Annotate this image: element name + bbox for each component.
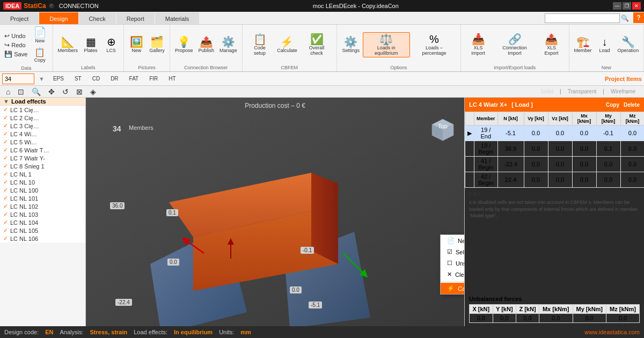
wireframe-view-button[interactable]: Wireframe [606, 88, 640, 95]
tab-project[interactable]: Project [0, 12, 39, 24]
code-setup-button[interactable]: 📋 Code setup [246, 33, 274, 57]
table-row[interactable]: 41 / Begin [465, 157, 645, 172]
cell-vy[interactable] [524, 172, 548, 188]
close-button[interactable]: ✕ [632, 2, 641, 10]
help-button[interactable]: ? [633, 12, 644, 23]
lc-delete-button[interactable]: Delete [624, 102, 640, 108]
viewport[interactable]: Production cost – 0 € 34 Members [86, 98, 464, 326]
select-button[interactable]: ⊠ [75, 87, 84, 97]
xls-import-button[interactable]: 📥 XLS Import [464, 33, 492, 57]
xls-export-button[interactable]: 📤 XLS Export [537, 33, 566, 57]
nav-ht[interactable]: HT [164, 75, 180, 83]
undo-button[interactable]: ↩ Undo [3, 32, 29, 40]
lcs-label-button[interactable]: ⊕ LCS [101, 35, 121, 55]
load-list-item-9[interactable]: ✓LC NL 10 [0, 178, 85, 186]
load-list-item-14[interactable]: ✓LC NL 104 [0, 218, 85, 226]
nav-st[interactable]: ST [70, 75, 86, 83]
new-operation-button[interactable]: 🔧 Operation [616, 35, 641, 55]
copy-button[interactable]: 📋 Copy [30, 47, 49, 64]
ribbon-search-input[interactable] [545, 13, 620, 23]
pan-button[interactable]: ✥ [47, 87, 56, 97]
cell-vz[interactable] [548, 126, 572, 141]
ctx-new-load[interactable]: 📄 New load [441, 235, 464, 246]
cell-my[interactable] [596, 141, 620, 157]
tab-design[interactable]: Design [39, 12, 78, 24]
calculate-button[interactable]: ⚡ Calculate [275, 35, 299, 55]
website-link[interactable]: www.ideastatica.com [584, 329, 640, 335]
cell-n[interactable] [497, 126, 524, 141]
cell-mz[interactable] [620, 126, 644, 141]
cell-vy[interactable] [524, 126, 548, 141]
zoom-fit-button[interactable]: ⊡ [16, 87, 26, 97]
load-list-item-13[interactable]: ✓LC NL 103 [0, 210, 85, 218]
cell-my[interactable] [596, 172, 620, 188]
cell-vz[interactable] [548, 141, 572, 157]
load-list-item-11[interactable]: ✓LC NL 101 [0, 194, 85, 202]
new-member-button[interactable]: 🏗️ Member [572, 35, 594, 55]
minimize-button[interactable]: — [613, 2, 621, 10]
members-label-button[interactable]: 📐 Members [55, 35, 80, 55]
cell-vy[interactable] [524, 141, 548, 157]
cell-vz[interactable] [548, 157, 572, 172]
table-row[interactable]: ▶ 19 / End [465, 126, 645, 141]
load-effects-header[interactable]: ▼ Load effects [0, 98, 85, 105]
table-row[interactable]: 42 / Begin [465, 172, 645, 188]
cell-vy[interactable] [524, 157, 548, 172]
cell-n[interactable] [497, 172, 524, 188]
home-view-button[interactable]: ⌂ [4, 87, 12, 97]
measure-button[interactable]: ◈ [89, 87, 98, 97]
cell-mz[interactable] [620, 172, 644, 188]
zoom-in-button[interactable]: 🔍 [30, 87, 42, 97]
loads-percentage-button[interactable]: % Loads – percentage [411, 33, 457, 57]
cell-mx[interactable] [572, 157, 596, 172]
load-list-item-10[interactable]: ✓LC NL 100 [0, 186, 85, 194]
save-button[interactable]: 💾 Save [3, 50, 29, 58]
loads-in-equilibrium-button[interactable]: ⚖️ Loads in equilibrium [363, 32, 410, 58]
load-list-item-3[interactable]: ✓LC 4 Wi… [0, 130, 85, 138]
cell-vz[interactable] [548, 172, 572, 188]
cell-n[interactable] [497, 141, 524, 157]
ctx-select-all[interactable]: ☑ Select all [441, 246, 464, 258]
pictures-new-button[interactable]: 🖼️ New [127, 35, 146, 55]
settings-button[interactable]: ⚙️ Settings [340, 35, 362, 55]
plates-label-button[interactable]: ▦ Plates [81, 35, 100, 55]
load-list-item-2[interactable]: ✓LC 3 Cię… [0, 122, 85, 130]
load-list-item-0[interactable]: ✓LC 1 Cię… [0, 106, 85, 114]
number-input[interactable] [2, 74, 34, 84]
nav-fat[interactable]: FAT [125, 75, 143, 83]
tab-check[interactable]: Check [79, 12, 116, 24]
load-list-item-7[interactable]: ✓LC 8 Śnieg 1 [0, 162, 85, 170]
ctx-unselect-all[interactable]: ☐ Unselect all [441, 258, 464, 269]
cube-navigator[interactable]: Top [427, 114, 459, 146]
load-list-item-5[interactable]: ✓LC 6 Wiatr T… [0, 146, 85, 154]
ctx-clear[interactable]: ✕ Clear [441, 269, 464, 280]
overall-check-button[interactable]: ✅ Overall check [300, 33, 333, 57]
cell-my[interactable] [596, 157, 620, 172]
load-list-item-6[interactable]: ✓LC 7 Wiatr Y- [0, 154, 85, 162]
load-list-item-12[interactable]: ✓LC NL 102 [0, 202, 85, 210]
new-load-button[interactable]: ↓ Load [595, 35, 614, 55]
rotate-button[interactable]: ↺ [61, 87, 70, 97]
connection-import-button[interactable]: 🔗 Connection Import [493, 33, 536, 57]
cell-n[interactable] [497, 157, 524, 172]
tab-materials[interactable]: Materials [155, 12, 200, 24]
load-list-item-15[interactable]: ✓LC NL 105 [0, 226, 85, 234]
nav-dr[interactable]: DR [106, 75, 122, 83]
cell-my[interactable] [596, 126, 620, 141]
maximize-button[interactable]: ❐ [623, 2, 631, 10]
new-button[interactable]: 📄 New [30, 26, 49, 45]
publish-button[interactable]: 📤 Publish [196, 35, 217, 55]
load-list-item-1[interactable]: ✓LC 2 Cię… [0, 114, 85, 122]
table-row[interactable]: 19 / Begin [465, 141, 645, 157]
nav-fir[interactable]: FIR [145, 75, 162, 83]
cell-mx[interactable] [572, 172, 596, 188]
cell-mx[interactable] [572, 126, 596, 141]
cell-mz[interactable] [620, 157, 644, 172]
load-list-item-8[interactable]: ✓LC NL 1 [0, 170, 85, 178]
nav-eps[interactable]: EPS [49, 75, 68, 83]
manage-button[interactable]: ⚙️ Manage [217, 35, 239, 55]
cell-mz[interactable] [620, 141, 644, 157]
transparent-view-button[interactable]: Transparent [564, 88, 601, 95]
search-icon[interactable]: 🔍 [621, 14, 629, 22]
cell-mx[interactable] [572, 141, 596, 157]
